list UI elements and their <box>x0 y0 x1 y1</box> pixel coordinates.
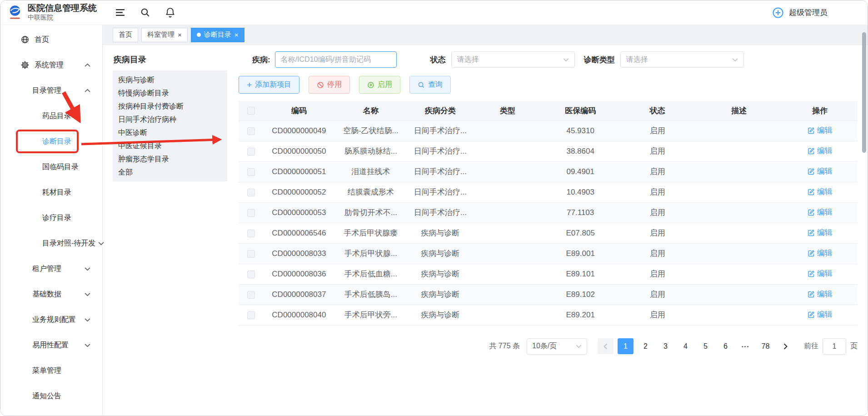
edit-button[interactable]: 编辑 <box>808 207 833 217</box>
sidebar-item-diagnosis-catalog[interactable]: 诊断目录 <box>0 129 102 154</box>
edit-icon <box>808 311 815 318</box>
edit-button[interactable]: 编辑 <box>808 227 833 238</box>
cell-type <box>474 284 542 305</box>
sidebar-item-label: 菜单管理 <box>32 366 61 376</box>
cell-insurance-code: 45.9310 <box>542 120 619 141</box>
catalog-item-day-surgery[interactable]: 日间手术治疗病种 <box>113 113 227 126</box>
edit-button[interactable]: 编辑 <box>808 309 833 320</box>
page-button-3[interactable]: 3 <box>658 338 673 354</box>
catalog-item-all[interactable]: 全部 <box>113 165 227 179</box>
tab-close-icon[interactable]: × <box>178 31 182 38</box>
app-logo <box>7 4 23 21</box>
catalog-item-pay-by-disease[interactable]: 按病种目录付费诊断 <box>113 100 227 113</box>
tab-department-management[interactable]: 科室管理 × <box>141 28 188 42</box>
cell-insurance-code: E89.102 <box>542 284 619 305</box>
col-status: 状态 <box>619 101 695 120</box>
sidebar-item-usability-config[interactable]: 易用性配置 <box>0 332 102 358</box>
tab-bar: 首页 科室管理 × 诊断目录 × <box>103 25 868 45</box>
select-all-checkbox[interactable] <box>247 107 255 115</box>
catalog-item-tumor-morphology[interactable]: 肿瘤形态学目录 <box>113 152 227 165</box>
page-button-2[interactable]: 2 <box>638 338 653 354</box>
row-checkbox[interactable] <box>247 291 255 299</box>
sidebar-item-national-clinical-code-catalog[interactable]: 国临码目录 <box>0 154 102 180</box>
sidebar-item-drug-catalog[interactable]: 药品目录 <box>0 103 102 129</box>
menu-fold-icon[interactable] <box>115 7 126 18</box>
sidebar-item-basic-data[interactable]: 基础数据 <box>0 281 102 307</box>
tab-home[interactable]: 首页 <box>113 28 138 42</box>
sidebar-item-consumables-catalog[interactable]: 耗材目录 <box>0 180 102 205</box>
sidebar-item-label: 系统管理 <box>35 60 64 70</box>
cell-description <box>696 223 783 243</box>
gear-icon <box>20 60 30 70</box>
sidebar-item-notice[interactable]: 通知公告 <box>0 383 102 409</box>
sidebar-item-treatment-catalog[interactable]: 诊疗目录 <box>0 205 102 231</box>
page-button-1[interactable]: 1 <box>618 338 634 354</box>
edit-button[interactable]: 编辑 <box>808 186 833 197</box>
pager-ellipsis[interactable]: ••• <box>738 338 753 354</box>
cell-status: 启用 <box>619 223 695 243</box>
status-select[interactable]: 请选择 <box>451 51 575 68</box>
catalog-item-tcm-diagnosis[interactable]: 中医诊断 <box>113 126 227 139</box>
disable-button[interactable]: 停用 <box>309 76 350 94</box>
add-item-button[interactable]: + 添加新项目 <box>239 76 299 94</box>
active-tab-dot <box>197 33 201 37</box>
sidebar-item-system-management[interactable]: 系统管理 <box>0 52 102 78</box>
page-button-6[interactable]: 6 <box>718 338 733 354</box>
edit-button[interactable]: 编辑 <box>808 145 833 156</box>
page-button-5[interactable]: 5 <box>698 338 713 354</box>
edit-button[interactable]: 编辑 <box>808 289 833 299</box>
page-button-78[interactable]: 78 <box>758 338 773 354</box>
cell-name: 手术后低胰岛... <box>334 284 407 305</box>
cell-code: CD0000008036 <box>264 264 334 284</box>
row-checkbox[interactable] <box>247 189 255 196</box>
cell-code: CD0000008037 <box>264 284 334 305</box>
chevron-up-icon <box>85 89 90 93</box>
catalog-item-special-chronic[interactable]: 特慢病诊断目录 <box>113 86 227 100</box>
sidebar-item-business-rules-config[interactable]: 业务规则配置 <box>0 307 102 332</box>
row-checkbox[interactable] <box>247 250 255 258</box>
catalog-item-tcm-syndrome[interactable]: 中医证候目录 <box>113 139 227 152</box>
page-button-4[interactable]: 4 <box>678 338 693 354</box>
row-checkbox[interactable] <box>247 148 255 155</box>
user-area[interactable]: 超级管理员 <box>772 6 868 19</box>
button-label: 添加新项目 <box>255 80 291 90</box>
sidebar-item-menu-management[interactable]: 菜单管理 <box>0 358 102 383</box>
next-page-button[interactable] <box>778 338 793 354</box>
cell-insurance-code: 10.4903 <box>542 182 619 202</box>
edit-button[interactable]: 编辑 <box>808 166 833 176</box>
sidebar-item-home[interactable]: 首页 <box>0 27 102 52</box>
prohibit-icon <box>317 81 324 89</box>
goto-page-input[interactable] <box>823 338 846 355</box>
sidebar-item-catalog-management[interactable]: 目录管理 <box>0 78 102 103</box>
prev-page-button[interactable] <box>598 338 614 354</box>
search-icon[interactable] <box>140 7 151 18</box>
row-checkbox[interactable] <box>247 230 255 237</box>
row-checkbox[interactable] <box>247 209 255 217</box>
catalog-item-disease-diagnosis[interactable]: 疾病与诊断 <box>113 73 227 86</box>
table-row: CD0000000052 结膜囊成形术 日间手术治疗... 10.4903 启用… <box>239 182 858 202</box>
bell-icon[interactable] <box>165 7 176 18</box>
page-size-select[interactable]: 10条/页 <box>527 338 587 355</box>
sidebar-item-catalog-mapping[interactable]: 目录对照-待开发 <box>0 231 102 256</box>
col-category: 疾病分类 <box>407 101 473 120</box>
sidebar-item-tenant-management[interactable]: 租户管理 <box>0 256 102 281</box>
cell-code: CD0000000050 <box>264 141 334 161</box>
table-header-row: 编码 名称 疾病分类 类型 医保编码 状态 描述 操作 <box>239 101 858 120</box>
diagnosis-type-select[interactable]: 请选择 <box>620 51 744 68</box>
query-button[interactable]: 查询 <box>409 76 451 94</box>
edit-icon <box>808 168 815 175</box>
edit-button[interactable]: 编辑 <box>808 125 833 135</box>
chevron-right-icon <box>783 343 788 350</box>
disease-search-input[interactable] <box>281 55 391 64</box>
row-checkbox[interactable] <box>247 271 255 278</box>
edit-button[interactable]: 编辑 <box>808 248 833 258</box>
edit-button[interactable]: 编辑 <box>808 268 833 279</box>
row-checkbox[interactable] <box>247 311 255 319</box>
tab-diagnosis-catalog[interactable]: 诊断目录 × <box>191 28 244 42</box>
scrollbar[interactable] <box>862 32 866 153</box>
edit-label: 编辑 <box>817 166 833 176</box>
row-checkbox[interactable] <box>247 168 255 176</box>
tab-close-icon[interactable]: × <box>234 31 239 38</box>
row-checkbox[interactable] <box>247 127 255 135</box>
enable-button[interactable]: 启用 <box>359 76 400 94</box>
